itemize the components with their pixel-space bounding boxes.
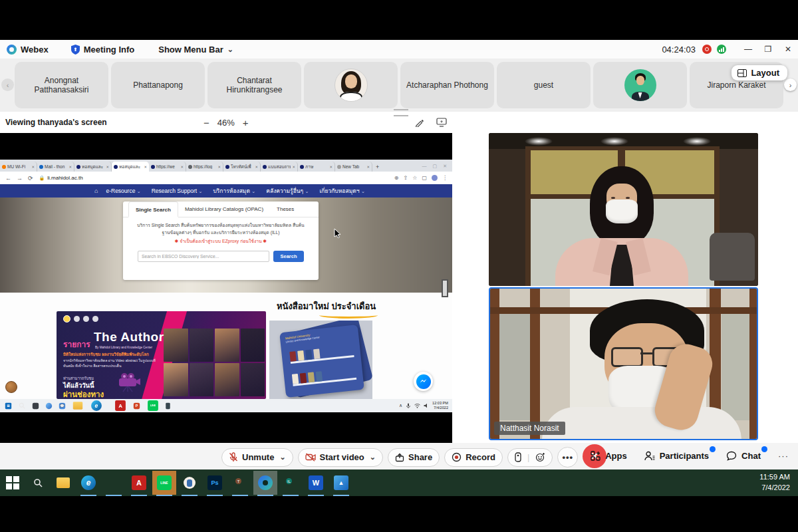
file-explorer-icon[interactable] — [73, 402, 82, 410]
tab-close-icon[interactable]: ✕ — [31, 165, 35, 169]
translate-icon[interactable]: ⊕ — [394, 175, 399, 181]
tab-close-icon[interactable]: ✕ — [329, 165, 332, 169]
acrobat-icon[interactable]: A — [115, 400, 126, 411]
browser-tab[interactable]: หอสมุดและ✕ — [74, 162, 112, 172]
apps-button[interactable]: Apps — [591, 451, 627, 461]
start-button[interactable] — [0, 469, 25, 496]
file-explorer-icon[interactable] — [51, 469, 76, 496]
video-feed-active-speaker[interactable]: Natthasit Norasit — [489, 287, 758, 440]
search-card-tab[interactable]: Theses — [270, 201, 301, 217]
browser-tab[interactable]: ภาษ✕ — [298, 162, 335, 172]
nav-item[interactable]: e-Resource ⌄ — [106, 188, 140, 194]
zoom-out-button[interactable]: − — [203, 117, 209, 128]
participant-tile[interactable] — [593, 62, 687, 108]
share-page-icon[interactable]: ⇪ — [404, 175, 408, 181]
chrome-profile-il-icon[interactable]: IL — [278, 469, 303, 496]
nav-item[interactable]: คลังความรู้อื่นๆ ⌄ — [266, 186, 309, 196]
tab-close-icon[interactable]: ✕ — [180, 165, 184, 169]
word-icon[interactable]: W — [303, 469, 329, 496]
chevron-down-icon[interactable]: ⌄ — [279, 453, 285, 462]
browser-tab[interactable]: New Tab✕ — [335, 162, 372, 172]
start-button[interactable]: ⊞ — [5, 402, 11, 408]
photoshop-icon[interactable]: Ps — [202, 469, 227, 496]
new-books-image[interactable]: Mahidol University Library and Knowledge… — [269, 321, 372, 399]
remote-control-icon[interactable] — [515, 452, 521, 462]
photos-icon[interactable]: ▲ — [329, 469, 354, 496]
tab-close-icon[interactable]: ✕ — [255, 165, 258, 169]
tab-close-icon[interactable]: ✕ — [68, 165, 72, 169]
participant-tile[interactable]: guest — [497, 62, 591, 108]
edge-icon[interactable]: e — [76, 469, 101, 496]
participant-tile[interactable]: Chantarat Hirunkitrangsee — [207, 62, 301, 108]
chrome-icon[interactable] — [101, 469, 126, 496]
participants-button[interactable]: Participants — [644, 451, 709, 461]
emoji-reactions-icon[interactable] — [535, 452, 545, 462]
browser-menu-icon[interactable]: ⋮ — [442, 175, 448, 181]
browser-window-controls[interactable]: —▢✕ — [422, 164, 453, 172]
search-input[interactable] — [138, 251, 269, 262]
url-box[interactable]: 🔒 li.mahidol.ac.th — [39, 175, 83, 181]
search-card-tab[interactable]: Single Search — [128, 201, 178, 217]
tab-close-icon[interactable]: ✕ — [366, 165, 370, 169]
chat-icon[interactable]: 💬 — [59, 402, 65, 408]
phone-icon[interactable] — [166, 402, 170, 408]
chevron-down-icon[interactable]: ⌄ — [370, 453, 376, 462]
video-feed-top[interactable] — [489, 133, 758, 286]
webex-icon[interactable] — [253, 469, 278, 496]
search-card-tab[interactable]: Mahidol Library Catalogs (OPAC) — [178, 201, 270, 217]
overflow-menu-button[interactable]: ··· — [778, 451, 789, 461]
participant-tile[interactable] — [304, 62, 398, 108]
participant-tile[interactable]: Phattanapong — [111, 62, 205, 108]
browser-tab[interactable]: https://we✕ — [149, 162, 186, 172]
search-icon[interactable] — [25, 469, 51, 496]
line-icon[interactable]: LINE — [152, 469, 177, 496]
search-icon[interactable] — [19, 402, 25, 409]
close-button[interactable]: ✕ — [778, 40, 798, 59]
line-icon[interactable]: LINE — [148, 400, 158, 411]
back-icon[interactable]: ← — [5, 175, 11, 182]
annotate-pen-icon[interactable] — [415, 118, 424, 127]
new-tab-button[interactable]: + — [376, 164, 379, 172]
the-author-banner[interactable]: รายการ The Author By Mahidol Library and… — [57, 311, 266, 399]
home-icon[interactable]: ⌂ — [94, 188, 98, 194]
chat-button[interactable]: Chat — [726, 451, 761, 461]
side-panel-icon[interactable]: ▢ — [422, 175, 427, 181]
bookmark-star-icon[interactable]: ☆ — [412, 175, 417, 181]
tray-expand-icon[interactable]: ∧ — [399, 403, 402, 408]
next-participants-button[interactable]: › — [784, 78, 797, 91]
acrobat-icon[interactable]: A — [126, 469, 152, 496]
nav-item[interactable]: เกี่ยวกับหอสมุดฯ ⌄ — [319, 186, 364, 196]
mascot-app-icon[interactable] — [177, 469, 202, 496]
reload-icon[interactable]: ⟳ — [28, 175, 33, 182]
tab-close-icon[interactable]: ✕ — [217, 165, 221, 169]
page-scrollbar-handle[interactable] — [442, 279, 448, 297]
profile-avatar[interactable] — [432, 175, 438, 181]
forward-icon[interactable]: → — [17, 175, 23, 182]
tab-close-icon[interactable]: ✕ — [144, 165, 147, 169]
tab-close-icon[interactable]: ✕ — [292, 165, 295, 169]
unmute-button[interactable]: Unmute⌄ — [221, 448, 293, 467]
show-menu-bar-button[interactable]: Show Menu Bar ⌄ — [158, 45, 233, 55]
display-icon[interactable] — [436, 118, 447, 127]
minimize-button[interactable]: — — [738, 40, 758, 59]
layout-button[interactable]: Layout — [732, 65, 787, 80]
participant-tile[interactable]: Anongnat Patthanasaksiri — [15, 62, 108, 108]
participant-tile[interactable]: Atcharaphan Phothong — [400, 62, 494, 108]
nav-item[interactable]: บริการห้องสมุด ⌄ — [213, 186, 255, 196]
browser-tab[interactable]: แบบสอบถาม✕ — [261, 162, 298, 172]
tab-close-icon[interactable]: ✕ — [106, 165, 109, 169]
taskbar-clock[interactable]: 11:59 AM 7/4/2022 — [759, 472, 798, 493]
messenger-button[interactable] — [414, 372, 433, 391]
meeting-info-button[interactable]: Meeting Info — [71, 45, 135, 55]
filmstrip-collapse-handle[interactable] — [394, 109, 408, 116]
chrome-profile-t-icon[interactable]: T — [227, 469, 253, 496]
browser-tab[interactable]: MU Wi-Fi✕ — [0, 162, 37, 172]
start-video-button[interactable]: Start video⌄ — [298, 448, 383, 467]
task-view-icon[interactable] — [33, 402, 39, 408]
browser-tab[interactable]: Mail - thon✕ — [37, 162, 74, 172]
browser-tab[interactable]: หอสมุดและ✕ — [112, 162, 149, 172]
widgets-icon[interactable] — [46, 402, 52, 408]
edge-icon[interactable]: e — [91, 400, 102, 411]
zoom-in-button[interactable]: + — [243, 117, 249, 128]
maximize-button[interactable]: ❐ — [758, 40, 778, 59]
